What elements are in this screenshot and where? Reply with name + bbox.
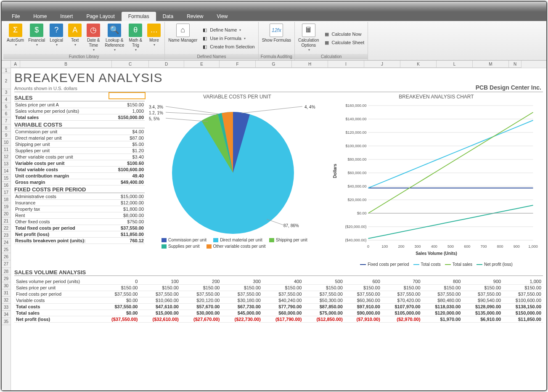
worksheet[interactable]: BREAKEVEN ANALYSIS PCB Design Center Inc… bbox=[11, 68, 546, 390]
variable-costs-header: VARIABLE COSTS bbox=[14, 122, 145, 128]
table-row[interactable]: Supplies per unit$1.20 bbox=[14, 148, 145, 154]
page-title: BREAKEVEN ANALYSIS bbox=[14, 71, 543, 85]
table-row[interactable]: Sales volume per period (units)010020030… bbox=[14, 278, 543, 285]
variable-costs-table[interactable]: Commission per unit$4.00Direct material … bbox=[14, 129, 145, 185]
table-row[interactable]: Gross margin$49,400.00 bbox=[14, 179, 145, 185]
analysis-header: SALES VOLUME ANALYSIS bbox=[14, 269, 543, 276]
select-all-cell[interactable] bbox=[2, 61, 11, 68]
svg-text:800: 800 bbox=[497, 244, 503, 249]
table-row[interactable]: Unit contribution margin49.40 bbox=[14, 173, 145, 179]
tab-formulas[interactable]: Formulas bbox=[122, 12, 156, 21]
table-row[interactable]: Fixed costs per period$37,550.00$37,550.… bbox=[14, 291, 543, 297]
lookup-button[interactable]: 🔍Lookup & Reference bbox=[103, 23, 126, 54]
lookup-icon: 🔍 bbox=[108, 24, 121, 37]
legend-item: Total costs bbox=[413, 262, 441, 267]
legend-item: Commission per unit bbox=[161, 238, 206, 242]
table-row[interactable]: Results breakeven point (units):760.12 bbox=[14, 238, 145, 244]
svg-line-5 bbox=[267, 219, 283, 225]
tab-review[interactable]: Review bbox=[180, 12, 210, 21]
group-label: Calculation bbox=[295, 54, 368, 59]
autosum-icon: Σ bbox=[9, 24, 22, 37]
table-row[interactable]: Variable costs per unit$100.60 bbox=[14, 160, 145, 167]
table-row[interactable]: Total sales$0.00$15,000.00$30,000.00$45,… bbox=[14, 310, 543, 316]
pie-chart: 4, 4%3.4, 3%1.2, 1%5, 5%87, 86% bbox=[149, 101, 326, 236]
logical-button[interactable]: ?Logical bbox=[48, 23, 65, 54]
tab-view[interactable]: View bbox=[210, 12, 235, 21]
y-axis-label: Dollars bbox=[333, 164, 337, 178]
autosum-button[interactable]: ΣAutoSum bbox=[5, 23, 26, 54]
subtitle: Amounts shown in U.S. dollars bbox=[14, 86, 543, 91]
table-row[interactable]: Total sales$150,000.00 bbox=[14, 114, 145, 121]
table-row[interactable]: Other fixed costs$750.00 bbox=[14, 219, 145, 225]
pie-callout: 4, 4% bbox=[304, 105, 315, 109]
financial-button[interactable]: $Financial bbox=[26, 23, 47, 54]
pie-callout: 3.4, 3% bbox=[149, 105, 163, 109]
tab-file[interactable]: File bbox=[5, 12, 26, 21]
ribbon: ΣAutoSum$Financial?LogicalAText◷Date & T… bbox=[2, 21, 546, 61]
tab-data[interactable]: Data bbox=[156, 12, 180, 21]
svg-text:$40,000.00: $40,000.00 bbox=[347, 184, 366, 188]
legend-item: Total sales bbox=[445, 262, 472, 267]
datetime-button[interactable]: ◷Date & Time bbox=[85, 23, 102, 54]
legend-item: Direct material per unit bbox=[213, 238, 262, 242]
svg-text:700: 700 bbox=[480, 244, 487, 249]
calculate-now-button[interactable]: ▦Calculate Now bbox=[322, 30, 366, 38]
table-row[interactable]: Sales price per unit$150.00$150.00$150.0… bbox=[14, 285, 543, 291]
company-name: PCB Design Center Inc. bbox=[476, 84, 541, 91]
text-button[interactable]: AText bbox=[66, 23, 84, 54]
tag-icon: ◧ bbox=[201, 43, 208, 50]
name-manager-button[interactable]: ⌂ Name Manager bbox=[167, 23, 199, 54]
row-headers[interactable]: 1234567891011121314151617181920212223242… bbox=[2, 68, 11, 390]
show-formulas-button[interactable]: 12fx Show Formulas bbox=[260, 23, 293, 54]
table-row[interactable]: Net profit (loss)$11,850.00 bbox=[14, 231, 145, 238]
line-legend: Fixed costs per periodTotal costsTotal s… bbox=[330, 262, 543, 267]
svg-text:$160,000.00: $160,000.00 bbox=[345, 103, 366, 108]
pie-chart-title: VARIABLE COSTS PER UNIT bbox=[149, 94, 326, 100]
calculation-options-button[interactable]: 🖩 Calculation Options bbox=[297, 23, 320, 54]
svg-text:600: 600 bbox=[464, 244, 470, 249]
calc-icon: ▦ bbox=[323, 39, 330, 46]
table-row[interactable]: Total fixed costs per period$37,550.00 bbox=[14, 225, 145, 231]
datetime-icon: ◷ bbox=[87, 24, 100, 37]
pie-callout: 1.2, 1% bbox=[149, 111, 163, 115]
table-row[interactable]: Total variable costs$100,600.00 bbox=[14, 167, 145, 173]
table-row[interactable]: Insurance$12,000.00 bbox=[14, 200, 145, 206]
legend-item: Shipping per unit bbox=[269, 238, 307, 242]
svg-text:$0.00: $0.00 bbox=[357, 211, 367, 215]
more-button[interactable]: …More bbox=[145, 23, 163, 54]
table-row[interactable]: Sales volume per period (units)1,000 bbox=[14, 108, 145, 114]
table-row[interactable]: Variable costs$0.00$10,060.00$20,120.00$… bbox=[14, 297, 543, 304]
svg-text:$120,000.00: $120,000.00 bbox=[345, 130, 366, 135]
formula-icon: 12fx bbox=[270, 24, 283, 37]
svg-text:$80,000.00: $80,000.00 bbox=[347, 157, 366, 162]
table-row[interactable]: Total costs$37,550.00$47,610.00$57,670.0… bbox=[14, 304, 543, 310]
tab-home[interactable]: Home bbox=[26, 12, 53, 21]
table-row[interactable]: Direct material per unit$87.00 bbox=[14, 135, 145, 141]
use-in-formula-button[interactable]: ◧Use in Formula bbox=[200, 34, 256, 42]
table-row[interactable]: Administrative costs$15,000.00 bbox=[14, 193, 145, 200]
column-headers[interactable]: ABCDEFGHIJKLMN bbox=[11, 61, 546, 68]
table-row[interactable]: Property tax$1,800.00 bbox=[14, 206, 145, 212]
fixed-costs-table[interactable]: Administrative costs$15,000.00Insurance$… bbox=[14, 193, 145, 244]
svg-text:300: 300 bbox=[415, 244, 421, 249]
create-from-selection-button[interactable]: ◧Create from Selection bbox=[200, 43, 256, 50]
ribbon-tabs: FileHomeInsertPage LayoutFormulasDataRev… bbox=[2, 12, 546, 21]
table-row[interactable]: Net profit (loss)($37,550.00)($32,610.00… bbox=[14, 316, 543, 323]
pie-callout: 87, 86% bbox=[283, 223, 299, 228]
math-button[interactable]: θMath & Trig bbox=[127, 23, 144, 54]
svg-text:900: 900 bbox=[514, 244, 520, 249]
table-row[interactable]: Sales price per unit A$150.00 bbox=[14, 102, 145, 108]
analysis-table[interactable]: Sales volume per period (units)010020030… bbox=[14, 278, 543, 323]
table-row[interactable]: Other variable costs per unit$3.40 bbox=[14, 154, 145, 160]
tab-page-layout[interactable]: Page Layout bbox=[79, 12, 121, 21]
table-row[interactable]: Commission per unit$4.00 bbox=[14, 129, 145, 135]
line-chart-title: BREAKEVEN ANALYSIS CHART bbox=[330, 94, 543, 100]
svg-text:$20,000.00: $20,000.00 bbox=[347, 198, 366, 202]
legend-item: Fixed costs per period bbox=[360, 262, 409, 267]
calculate-sheet-button[interactable]: ▦Calculate Sheet bbox=[322, 39, 366, 46]
sales-table[interactable]: Sales price per unit A$150.00Sales volum… bbox=[14, 102, 145, 121]
table-row[interactable]: Shipping per unit$5.00 bbox=[14, 141, 145, 148]
define-name-button[interactable]: ◧Define Name bbox=[200, 26, 256, 34]
table-row[interactable]: Rent$8,000.00 bbox=[14, 212, 145, 219]
tab-insert[interactable]: Insert bbox=[53, 12, 79, 21]
